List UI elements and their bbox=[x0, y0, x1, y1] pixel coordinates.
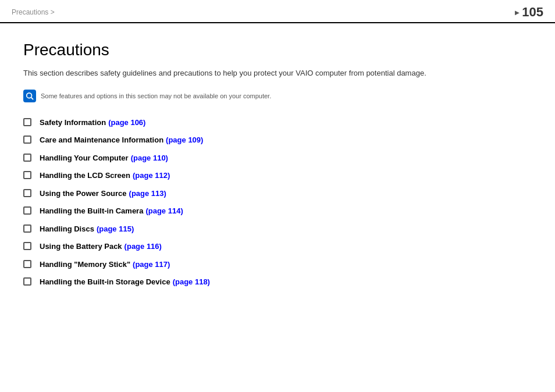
page-number-container: ► 105 bbox=[513, 6, 543, 19]
items-list: Safety Information(page 106)Care and Mai… bbox=[23, 116, 532, 288]
item-page-link[interactable]: (page 113) bbox=[129, 188, 166, 199]
note-icon bbox=[23, 90, 36, 102]
item-label: Care and Maintenance Information bbox=[40, 134, 163, 146]
item-label: Handling Your Computer bbox=[40, 152, 129, 164]
list-item: Handling Discs(page 115) bbox=[23, 223, 532, 235]
checkbox-icon bbox=[23, 189, 31, 197]
checkbox-icon bbox=[23, 277, 31, 286]
page-arrow-icon: ► bbox=[513, 8, 521, 17]
search-icon bbox=[26, 92, 34, 100]
list-item: Handling Your Computer(page 110) bbox=[23, 152, 532, 164]
item-page-link[interactable]: (page 116) bbox=[124, 241, 162, 252]
item-label: Handling "Memory Stick" bbox=[40, 259, 130, 270]
breadcrumb: Precautions > bbox=[12, 8, 55, 16]
list-item: Using the Battery Pack(page 116) bbox=[23, 240, 532, 252]
item-page-link[interactable]: (page 118) bbox=[173, 276, 210, 288]
checkbox-icon bbox=[23, 260, 31, 268]
checkbox-icon bbox=[23, 154, 31, 162]
svg-point-0 bbox=[27, 92, 32, 98]
item-page-link[interactable]: (page 112) bbox=[133, 170, 170, 181]
item-label: Handling the Built-in Storage Device bbox=[40, 276, 170, 288]
checkbox-icon bbox=[23, 118, 31, 126]
checkbox-icon bbox=[23, 224, 31, 233]
main-content: Precautions This section describes safet… bbox=[0, 23, 555, 311]
checkbox-icon bbox=[23, 171, 31, 179]
list-item: Care and Maintenance Information(page 10… bbox=[23, 134, 532, 146]
list-item: Using the Power Source(page 113) bbox=[23, 187, 532, 199]
list-item: Handling the Built-in Storage Device(pag… bbox=[23, 276, 532, 288]
list-item: Handling the Built-in Camera(page 114) bbox=[23, 205, 532, 217]
item-page-link[interactable]: (page 106) bbox=[108, 117, 145, 129]
intro-text: This section describes safety guidelines… bbox=[23, 67, 532, 79]
breadcrumb-bar: Precautions > ► 105 bbox=[0, 0, 555, 23]
item-page-link[interactable]: (page 115) bbox=[97, 223, 134, 235]
item-label: Handling the Built-in Camera bbox=[40, 205, 143, 217]
item-label: Handling the LCD Screen bbox=[40, 170, 130, 181]
page-number: 105 bbox=[522, 6, 543, 19]
page-title: Precautions bbox=[23, 41, 532, 59]
item-page-link[interactable]: (page 114) bbox=[145, 205, 183, 217]
checkbox-icon bbox=[23, 136, 31, 144]
checkbox-icon bbox=[23, 206, 31, 215]
checkbox-icon bbox=[23, 242, 31, 250]
item-page-link[interactable]: (page 109) bbox=[166, 134, 203, 146]
item-page-link[interactable]: (page 117) bbox=[133, 259, 170, 270]
item-label: Handling Discs bbox=[40, 223, 94, 235]
note-box: Some features and options in this sectio… bbox=[23, 90, 532, 102]
item-page-link[interactable]: (page 110) bbox=[131, 152, 168, 164]
list-item: Safety Information(page 106) bbox=[23, 116, 532, 129]
note-text: Some features and options in this sectio… bbox=[41, 90, 271, 101]
svg-line-1 bbox=[31, 97, 34, 99]
list-item: Handling the LCD Screen(page 112) bbox=[23, 169, 532, 181]
item-label: Safety Information bbox=[40, 117, 106, 129]
item-label: Using the Power Source bbox=[40, 188, 127, 199]
item-label: Using the Battery Pack bbox=[40, 241, 122, 252]
list-item: Handling "Memory Stick"(page 117) bbox=[23, 258, 532, 270]
